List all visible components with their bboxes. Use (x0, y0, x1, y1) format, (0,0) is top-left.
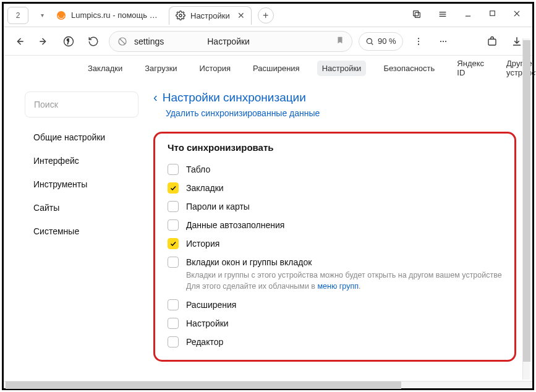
sync-option-1: Закладки (168, 179, 502, 197)
tab-title: Lumpics.ru - помощь с ком (71, 11, 158, 20)
sidebar-item-2[interactable]: Инструменты (25, 177, 141, 192)
sidebar-item-1[interactable]: Интерфейс (25, 153, 141, 168)
subtab-7[interactable]: Другие устройства (501, 56, 536, 80)
page-title-inline: Настройки (207, 36, 250, 46)
minimize-icon[interactable] (464, 9, 472, 21)
sync-option-3: Данные автозаполнения (168, 216, 502, 234)
option-desc: Вкладки и группы с этого устройства можн… (186, 270, 502, 292)
svg-line-15 (120, 39, 125, 44)
tab-strip: 2 ▾ Lumpics.ru - помощь с ком Настройки … (4, 4, 532, 27)
copy-icon[interactable] (412, 9, 422, 21)
chevron-down-icon[interactable]: ▾ (41, 12, 44, 19)
section-title: Что синхронизировать (168, 142, 502, 153)
checkbox[interactable] (168, 219, 179, 231)
close-icon[interactable]: ✕ (237, 11, 245, 20)
svg-rect-3 (414, 11, 419, 16)
sync-option-2: Пароли и карты (168, 197, 502, 216)
search-input[interactable]: Поиск (25, 92, 138, 117)
checkbox[interactable] (168, 201, 179, 212)
option-label: Расширения (186, 299, 236, 310)
svg-line-17 (371, 43, 373, 45)
sidebar-item-3[interactable]: Сайты (25, 200, 141, 215)
subtab-0[interactable]: Закладки (83, 61, 127, 76)
sync-option-0: Табло (168, 160, 502, 179)
address-bar[interactable]: settings Настройки (109, 31, 352, 52)
sync-option-5: Вкладки окон и группы вкладокВкладки и г… (168, 253, 502, 296)
svg-point-20 (418, 43, 419, 45)
checkbox[interactable] (168, 182, 179, 194)
svg-point-18 (418, 38, 419, 39)
option-label: Вкладки окон и группы вкладок (186, 257, 502, 267)
option-label: История (186, 238, 219, 249)
subtab-6[interactable]: Яндекс ID (452, 56, 489, 80)
new-tab-button[interactable]: + (258, 7, 274, 23)
horizontal-scrollbar[interactable] (4, 381, 532, 388)
back-button[interactable] (10, 32, 28, 51)
zoom-value: 90 % (378, 36, 396, 46)
browser-window: 2 ▾ Lumpics.ru - помощь с ком Настройки … (2, 2, 534, 390)
maximize-icon[interactable] (488, 9, 496, 21)
sync-option-7: Настройки (168, 314, 502, 333)
chevron-left-icon: ‹ (153, 90, 158, 104)
svg-point-1 (179, 14, 182, 17)
checkbox[interactable] (168, 318, 179, 329)
vertical-scrollbar[interactable] (522, 38, 530, 380)
checkbox[interactable] (168, 336, 179, 347)
subtab-3[interactable]: Расширения (248, 61, 305, 76)
window-close-icon[interactable] (513, 9, 521, 21)
sync-option-8: Редактор (168, 333, 502, 351)
checkbox[interactable] (168, 238, 179, 249)
option-label: Закладки (186, 182, 224, 193)
option-label: Табло (186, 164, 210, 174)
yandex-icon[interactable] (59, 32, 78, 51)
bookmark-icon[interactable] (336, 36, 344, 46)
more-icon[interactable] (434, 32, 453, 51)
extensions-icon[interactable] (483, 32, 501, 51)
svg-point-22 (443, 40, 444, 41)
main-panel: ‹ Настройки синхронизации Удалить синхро… (141, 80, 532, 381)
zoom-icon (365, 37, 374, 46)
subtab-5[interactable]: Безопасность (378, 61, 440, 76)
menu-icon[interactable] (438, 9, 448, 21)
forward-button[interactable] (35, 32, 53, 51)
sync-option-4: История (168, 234, 502, 253)
svg-point-16 (367, 38, 372, 43)
reload-button[interactable] (84, 32, 103, 51)
subtab-1[interactable]: Загрузки (140, 61, 182, 76)
sidebar-nav: Общие настройкиИнтерфейсИнструментыСайты… (25, 130, 141, 239)
sync-option-6: Расширения (168, 296, 502, 314)
sidebar-item-0[interactable]: Общие настройки (25, 130, 141, 145)
checkbox[interactable] (168, 299, 179, 310)
option-label: Редактор (186, 336, 223, 347)
tab-group-button[interactable]: 2 (7, 7, 28, 24)
svg-rect-2 (415, 12, 420, 17)
sidebar-item-4[interactable]: Системные (25, 224, 141, 239)
search-placeholder: Поиск (34, 100, 58, 109)
gear-icon (176, 11, 185, 20)
svg-point-21 (440, 40, 441, 41)
subtab-2[interactable]: История (195, 61, 236, 76)
tab-title: Настройки (190, 11, 230, 20)
window-controls (401, 9, 532, 21)
url-text: settings (134, 36, 164, 46)
svg-point-19 (418, 40, 419, 41)
breadcrumb-title: Настройки синхронизации (163, 91, 306, 104)
breadcrumb[interactable]: ‹ Настройки синхронизации (153, 90, 516, 104)
groups-menu-link[interactable]: меню групп (317, 282, 358, 291)
shield-icon (117, 36, 128, 47)
tab-lumpics[interactable]: Lumpics.ru - помощь с ком (50, 6, 164, 25)
delete-sync-link[interactable]: Удалить синхронизированные данные (166, 108, 516, 118)
subtab-4[interactable]: Настройки (317, 61, 367, 76)
svg-point-23 (445, 40, 446, 41)
settings-subtabs: ЗакладкиЗагрузкиИсторияРасширенияНастрой… (4, 56, 532, 80)
favicon-orange-icon (56, 11, 66, 20)
checkbox[interactable] (168, 257, 179, 268)
tab-settings[interactable]: Настройки ✕ (169, 6, 252, 25)
svg-rect-8 (490, 11, 495, 16)
sidebar: Поиск Общие настройкиИнтерфейсИнструмент… (4, 80, 141, 381)
zoom-indicator[interactable]: 90 % (359, 32, 403, 51)
kebab-icon[interactable] (409, 32, 428, 51)
option-label: Пароли и карты (186, 201, 250, 211)
checkbox[interactable] (168, 164, 179, 175)
toolbar: settings Настройки 90 % (4, 27, 532, 56)
